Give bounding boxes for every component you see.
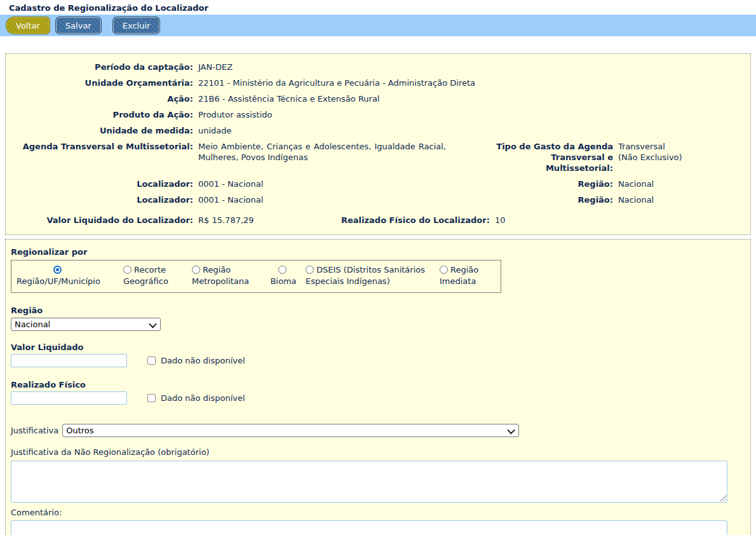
info-row-produto: Produto da Ação: Produtor assistido bbox=[11, 109, 745, 120]
info-row-localizador-2: Localizador: 0001 - Nacional Região: Nac… bbox=[11, 194, 745, 205]
realizado-fisico-localizador-label: Realizado Físico do Localizador: bbox=[341, 215, 490, 226]
regiao-info-label: Região: bbox=[446, 179, 613, 189]
radio-option-recorte-geografico[interactable]: Recorte Geográfico bbox=[123, 264, 172, 287]
comentario-textarea[interactable] bbox=[11, 520, 727, 535]
info-row-periodo: Período da captação: JAN-DEZ bbox=[11, 62, 745, 72]
produto-label: Produto da Ação: bbox=[11, 109, 193, 120]
tipo-gasto-label: Tipo de Gasto da Agenda Transversal e Mu… bbox=[446, 141, 613, 173]
radio-recorte-geografico[interactable] bbox=[123, 266, 132, 274]
acao-label: Ação: bbox=[11, 93, 193, 104]
info-row-acao: Ação: 21B6 - Assistência Técnica e Exten… bbox=[11, 93, 745, 104]
voltar-button[interactable]: Voltar bbox=[6, 17, 50, 34]
page-title: Cadastro de Regionalização do Localizado… bbox=[0, 0, 756, 15]
valor-liquidado-dado-nao-disponivel-label: Dado não disponível bbox=[161, 356, 245, 365]
localizador-label: Localizador: bbox=[11, 194, 193, 205]
radio-option-regiao-uf-municipio[interactable]: Região/UF/Município bbox=[15, 264, 102, 287]
realizado-fisico-dado-nao-disponivel-label: Dado não disponível bbox=[161, 393, 245, 403]
radio-option-regiao-metropolitana[interactable]: Região Metropolitana bbox=[192, 264, 250, 287]
valor-liquidado-localizador-value: R$ 15.787,29 bbox=[198, 215, 341, 226]
info-row-agenda: Agenda Transversal e Multissetorial: Mei… bbox=[11, 141, 745, 173]
regionalizar-por-legend: Regionalizar por bbox=[11, 247, 745, 257]
localizador-info-panel: Período da captação: JAN-DEZ Unidade Orç… bbox=[5, 53, 751, 235]
justificativa-nao-regionalizacao-textarea[interactable] bbox=[11, 461, 727, 503]
localizador-value: 0001 - Nacional bbox=[198, 194, 446, 205]
justificativa-nao-regionalizacao-label: Justificativa da Não Regionalização (obr… bbox=[11, 447, 745, 457]
info-row-localizador-1: Localizador: 0001 - Nacional Região: Nac… bbox=[11, 179, 745, 189]
periodo-label: Período da captação: bbox=[11, 62, 193, 72]
unidade-orcamentaria-label: Unidade Orçamentária: bbox=[11, 78, 193, 88]
periodo-value: JAN-DEZ bbox=[198, 62, 233, 72]
unidade-medida-label: Unidade de medida: bbox=[11, 125, 193, 136]
regiao-info-value: Nacional bbox=[618, 194, 745, 205]
valor-liquidado-label: Valor Liquidado bbox=[11, 342, 745, 353]
regiao-info-label: Região: bbox=[446, 194, 613, 205]
toolbar: Voltar Salvar Excluir bbox=[0, 15, 756, 36]
justificativa-select-value: Outros bbox=[66, 426, 93, 435]
radio-bioma[interactable] bbox=[278, 266, 287, 274]
justificativa-row: Justificativa Outros bbox=[11, 424, 745, 437]
realizado-fisico-row: Dado não disponível bbox=[11, 391, 745, 405]
radio-regiao-imediata[interactable] bbox=[440, 266, 448, 274]
localizador-value: 0001 - Nacional bbox=[198, 179, 446, 189]
unidade-medida-value: unidade bbox=[198, 125, 232, 136]
realizado-fisico-label: Realizado Físico bbox=[11, 380, 745, 390]
valor-liquidado-row: Dado não disponível bbox=[11, 354, 745, 367]
radio-regiao-metropolitana[interactable] bbox=[192, 266, 200, 274]
excluir-button[interactable]: Excluir bbox=[113, 17, 160, 34]
regiao-info-value: Nacional bbox=[618, 179, 745, 189]
radio-option-regiao-imediata[interactable]: Região Imediata bbox=[440, 264, 488, 287]
regionalizacao-form-panel: Regionalizar por Região/UF/Município Rec… bbox=[5, 239, 751, 535]
agenda-label: Agenda Transversal e Multissetorial: bbox=[11, 141, 193, 173]
localizador-label: Localizador: bbox=[11, 179, 193, 189]
valor-liquidado-localizador-label: Valor Liquidado do Localizador: bbox=[11, 215, 193, 226]
info-row-unidade-medida: Unidade de medida: unidade bbox=[11, 125, 745, 136]
regionalizar-por-options: Região/UF/Município Recorte Geográfico R… bbox=[11, 260, 501, 293]
radio-regiao-uf-municipio[interactable] bbox=[53, 266, 62, 274]
regiao-label: Região bbox=[11, 306, 745, 316]
regiao-select[interactable]: Nacional bbox=[11, 318, 161, 331]
tipo-gasto-value: Transversal (Não Exclusivo) bbox=[618, 141, 745, 173]
acao-value: 21B6 - Assistência Técnica e Extensão Ru… bbox=[198, 93, 380, 104]
agenda-value: Meio Ambiente, Crianças e Adolescentes, … bbox=[198, 141, 446, 173]
radio-dseis[interactable] bbox=[306, 266, 314, 274]
realizado-fisico-input[interactable] bbox=[11, 391, 127, 405]
justificativa-select[interactable]: Outros bbox=[62, 424, 519, 437]
info-row-unidade-orcamentaria: Unidade Orçamentária: 22101 - Ministério… bbox=[11, 78, 745, 88]
valor-liquidado-input[interactable] bbox=[11, 354, 127, 367]
produto-value: Produtor assistido bbox=[198, 109, 272, 120]
comentario-wrap bbox=[11, 520, 727, 535]
comentario-label: Comentário: bbox=[11, 508, 745, 518]
regiao-select-value: Nacional bbox=[15, 320, 50, 329]
info-row-totais: Valor Liquidado do Localizador: R$ 15.78… bbox=[11, 215, 745, 226]
valor-liquidado-dado-nao-disponivel-checkbox[interactable] bbox=[147, 356, 156, 365]
realizado-fisico-localizador-value: 10 bbox=[495, 215, 506, 226]
salvar-button[interactable]: Salvar bbox=[56, 17, 101, 34]
radio-option-bioma[interactable]: Bioma bbox=[269, 264, 297, 287]
realizado-fisico-dado-nao-disponivel-checkbox[interactable] bbox=[147, 394, 156, 402]
justificativa-label: Justificativa bbox=[11, 426, 58, 435]
chevron-down-icon bbox=[508, 428, 514, 434]
chevron-down-icon bbox=[150, 322, 156, 328]
unidade-orcamentaria-value: 22101 - Ministério da Agricultura e Pecu… bbox=[198, 78, 475, 88]
justificativa-nao-regionalizacao-wrap bbox=[11, 461, 727, 503]
radio-option-dseis[interactable]: DSEIS (Distritos Sanitários Especiais In… bbox=[306, 264, 434, 287]
